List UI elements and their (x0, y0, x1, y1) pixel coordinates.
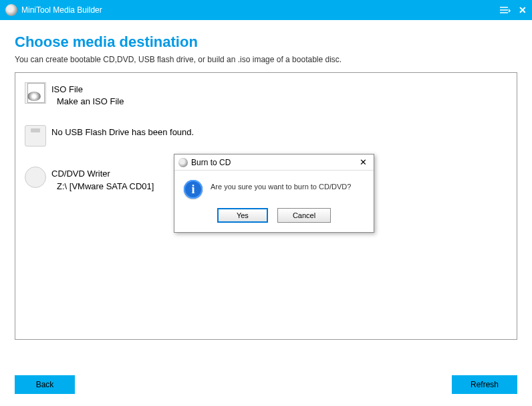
menu-icon[interactable] (500, 7, 511, 13)
media-item-label: CD/DVD Writer (51, 168, 154, 180)
dialog-message: Are you sure you want to burn to CD/DVD? (211, 180, 351, 199)
media-item-label: ISO File (51, 84, 124, 96)
app-title: MiniTool Media Builder (21, 5, 500, 15)
page-title: Choose media destination (15, 33, 517, 51)
media-item-text: CD/DVD Writer Z:\ [VMware SATA CD01] (51, 167, 154, 192)
back-button[interactable]: Back (15, 375, 75, 394)
app-icon (5, 4, 17, 16)
burn-dialog: Burn to CD ✕ i Are you sure you want to … (174, 154, 374, 233)
dialog-app-icon (178, 158, 188, 167)
info-icon: i (184, 180, 203, 199)
iso-file-icon (25, 82, 46, 104)
cancel-button[interactable]: Cancel (277, 208, 331, 223)
titlebar: MiniTool Media Builder ✕ (0, 0, 532, 20)
close-icon[interactable]: ✕ (519, 5, 527, 15)
media-item-sublabel: Z:\ [VMware SATA CD01] (51, 181, 154, 193)
media-item-text: No USB Flash Drive has been found. (51, 125, 194, 138)
usb-drive-icon (25, 125, 46, 146)
page-subtitle: You can create bootable CD,DVD, USB flas… (15, 55, 517, 64)
media-item-usb[interactable]: No USB Flash Drive has been found. (22, 121, 510, 150)
dialog-buttons: Yes Cancel (174, 204, 374, 232)
refresh-button[interactable]: Refresh (452, 375, 517, 394)
media-item-sublabel: Make an ISO File (51, 96, 124, 108)
dvd-writer-icon (25, 167, 46, 188)
media-item-iso[interactable]: ISO File Make an ISO File (22, 78, 510, 112)
svg-marker-3 (509, 9, 511, 13)
dialog-title: Burn to CD (191, 158, 357, 167)
dialog-close-icon[interactable]: ✕ (357, 157, 370, 167)
media-item-label: No USB Flash Drive has been found. (51, 126, 194, 138)
media-item-text: ISO File Make an ISO File (51, 82, 124, 108)
yes-button[interactable]: Yes (217, 208, 268, 223)
dialog-body: i Are you sure you want to burn to CD/DV… (174, 171, 374, 204)
dialog-titlebar[interactable]: Burn to CD ✕ (174, 155, 374, 171)
footer-buttons: Back Refresh (15, 375, 517, 394)
